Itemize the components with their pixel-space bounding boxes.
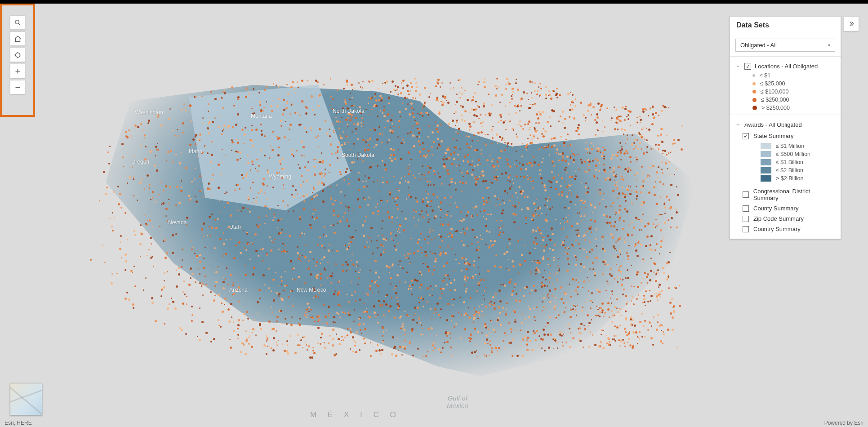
legend-swatch xyxy=(761,175,771,182)
state-label: New Mexico xyxy=(297,287,326,293)
basemap-switcher[interactable] xyxy=(10,383,42,415)
sublayer-county-summary[interactable]: County Summary xyxy=(743,205,835,212)
layer-label: Awards - All Obligated xyxy=(744,121,835,128)
legend-swatch xyxy=(761,167,771,173)
checkbox-zip-summary[interactable] xyxy=(743,216,749,222)
checkbox-locations[interactable] xyxy=(744,63,751,70)
legend-state-summary: ≤ $1 Million≤ $500 Million≤ $1 Billion≤ … xyxy=(743,143,835,182)
sublayer-label: County Summary xyxy=(753,205,798,212)
chevron-down-icon: ▾ xyxy=(828,43,830,48)
data-sets-panel: Data Sets Obligated - All ▾ Locations - … xyxy=(730,16,841,239)
layer-toggle-awards[interactable]: Awards - All Obligated xyxy=(735,119,835,131)
legend-row: ≤ $250,000 xyxy=(752,97,835,103)
attribution-right: Powered by Esri xyxy=(824,420,864,426)
legend-row: ≤ $1 Billion xyxy=(761,159,835,165)
state-label: Arizona xyxy=(229,287,248,293)
divider xyxy=(730,115,841,115)
map-toolbar xyxy=(10,15,25,94)
legend-row: ≤ $2 Billion xyxy=(761,167,835,173)
legend-swatch xyxy=(752,90,756,93)
divider xyxy=(730,56,841,57)
legend-swatch xyxy=(761,143,771,149)
state-label: Oregon xyxy=(131,159,149,165)
legend-swatch xyxy=(761,151,771,157)
state-label: Utah xyxy=(229,224,240,230)
sublayer-cd-summary[interactable]: Congressional District Summary xyxy=(743,188,835,201)
legend-label: ≤ $1 Billion xyxy=(776,159,803,165)
svg-point-0 xyxy=(15,20,19,24)
state-label: Montana xyxy=(251,113,272,119)
checkbox-state-summary[interactable] xyxy=(743,133,749,139)
chevron-down-icon xyxy=(735,64,741,69)
legend-swatch xyxy=(752,74,755,77)
water-label-gulf: Gulf of Mexico xyxy=(447,395,468,409)
attribution-left: Esri, HERE xyxy=(4,420,32,426)
plus-icon xyxy=(14,67,22,75)
zoom-in-button[interactable] xyxy=(10,64,25,78)
legend-row: ≤ $1 xyxy=(752,72,835,79)
legend-label: ≤ $1 xyxy=(760,72,770,79)
state-label: South Dakota xyxy=(342,152,374,158)
legend-row: ≤ $100,000 xyxy=(752,89,835,95)
state-label: Washington xyxy=(135,109,163,116)
legend-label: ≤ $2 Billion xyxy=(776,167,803,173)
legend-label: ≤ $1 Million xyxy=(776,143,804,149)
locate-button[interactable] xyxy=(10,48,25,62)
checkbox-country-summary[interactable] xyxy=(743,226,749,232)
legend-swatch xyxy=(761,159,771,165)
chevrons-right-icon xyxy=(848,20,855,27)
home-button[interactable] xyxy=(10,31,25,46)
layer-toggle-locations[interactable]: Locations - All Obligated xyxy=(735,60,835,72)
legend-label: > $2 Billion xyxy=(776,175,804,182)
legend-row: > $250,000 xyxy=(752,105,835,111)
legend-label: > $250,000 xyxy=(761,105,790,111)
legend-label: ≤ $250,000 xyxy=(761,97,789,103)
map-choropleth xyxy=(81,69,697,392)
map-viewport[interactable]: Washington Oregon Idaho Montana Wyoming … xyxy=(0,4,868,427)
legend-row: > $2 Billion xyxy=(761,175,835,182)
panel-title: Data Sets xyxy=(730,17,841,34)
legend-label: ≤ $100,000 xyxy=(761,89,788,95)
locate-icon xyxy=(14,51,22,59)
legend-label: ≤ $25,000 xyxy=(760,80,785,87)
legend-row: ≤ $1 Million xyxy=(761,143,835,149)
sublayer-label: State Summary xyxy=(753,133,794,139)
svg-point-2 xyxy=(15,53,20,57)
sublayer-label: Country Summary xyxy=(753,226,801,232)
sublayer-zip-summary[interactable]: Zip Code Summary xyxy=(743,215,835,222)
dropdown-selected: Obligated - All xyxy=(740,42,777,49)
search-icon xyxy=(14,19,22,27)
sublayer-state-summary[interactable]: State Summary xyxy=(743,133,835,139)
panel-collapse-button[interactable] xyxy=(844,16,859,31)
home-icon xyxy=(14,35,22,43)
state-label: Wyoming xyxy=(269,173,291,180)
zoom-out-button[interactable] xyxy=(10,80,25,94)
legend-swatch xyxy=(752,98,757,102)
svg-line-1 xyxy=(18,23,20,25)
checkbox-cd-summary[interactable] xyxy=(743,191,749,198)
state-label: Nevada xyxy=(168,219,187,226)
legend-swatch xyxy=(752,106,757,110)
country-label-mexico: M É X I C O xyxy=(310,410,401,419)
legend-label: ≤ $500 Million xyxy=(776,151,810,157)
state-label: North Dakota xyxy=(333,108,365,114)
layer-label: Locations - All Obligated xyxy=(755,63,835,70)
sublayer-label: Zip Code Summary xyxy=(753,215,804,222)
legend-row: ≤ $500 Million xyxy=(761,151,835,157)
chevron-down-icon xyxy=(735,122,741,127)
checkbox-county-summary[interactable] xyxy=(743,205,749,212)
legend-swatch xyxy=(752,82,756,85)
dataset-dropdown[interactable]: Obligated - All ▾ xyxy=(735,39,835,52)
legend-locations: ≤ $1≤ $25,000≤ $100,000≤ $250,000> $250,… xyxy=(735,72,835,111)
search-button[interactable] xyxy=(10,15,25,30)
legend-row: ≤ $25,000 xyxy=(752,80,835,87)
minus-icon xyxy=(14,84,22,91)
sublayer-label: Congressional District Summary xyxy=(753,188,835,201)
state-label: Idaho xyxy=(189,148,202,155)
sublayer-country-summary[interactable]: Country Summary xyxy=(743,226,835,232)
